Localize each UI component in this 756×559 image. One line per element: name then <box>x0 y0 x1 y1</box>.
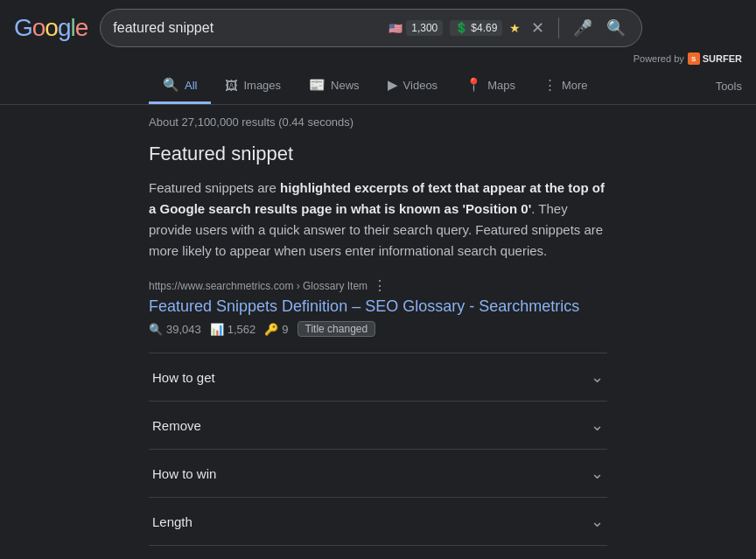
snippet-title: Featured snippet <box>149 143 607 165</box>
search-bar[interactable]: 🇺🇸 1,300 💲 $4.69 ★ ✕ 🎤 🔍 <box>100 9 642 47</box>
result-title-link[interactable]: Featured Snippets Definition – SEO Gloss… <box>149 297 607 316</box>
search-bar-right: 🇺🇸 1,300 💲 $4.69 ★ ✕ 🎤 🔍 <box>388 17 629 39</box>
meta-pages-icon: 📊 <box>210 323 224 336</box>
flag-icon: 🇺🇸 <box>388 22 402 35</box>
tab-more-label: More <box>562 79 588 92</box>
chevron-icon-1: ⌄ <box>591 416 604 435</box>
results-container: About 27,100,000 results (0.44 seconds) … <box>0 105 756 546</box>
surfer-logo: S SURFER <box>688 52 742 65</box>
tab-all-label: All <box>185 79 197 92</box>
dollar-icon: 💲 <box>455 22 468 34</box>
meta-keywords: 🔑 9 <box>264 323 288 336</box>
meta-search-icon: 🔍 <box>149 323 163 336</box>
accordion-label-3: Length <box>152 514 192 529</box>
cost-badge: 💲 $4.69 <box>450 20 502 36</box>
tab-maps-label: Maps <box>487 79 515 92</box>
accordion-label-2: How to win <box>152 466 216 481</box>
tab-tools[interactable]: Tools <box>716 71 742 101</box>
meta-pages-value: 1,562 <box>228 323 256 336</box>
chevron-icon-2: ⌄ <box>591 464 604 483</box>
news-icon: 📰 <box>309 77 326 93</box>
surfer-label: SURFER <box>703 53 742 64</box>
powered-by-bar: Powered by S SURFER <box>0 47 756 65</box>
chevron-icon-0: ⌄ <box>591 367 604 387</box>
tab-images[interactable]: 🖼 Images <box>211 69 295 104</box>
star-icon[interactable]: ★ <box>509 21 521 35</box>
meta-keywords-value: 9 <box>282 323 288 336</box>
tab-news[interactable]: 📰 News <box>295 68 374 104</box>
volume-badge: 1,300 <box>406 20 443 36</box>
powered-by-label: Powered by <box>634 53 684 64</box>
meta-search-value: 39,043 <box>166 323 201 336</box>
all-icon: 🔍 <box>163 77 179 93</box>
nav-tabs: 🔍 All 🖼 Images 📰 News ▶ Videos 📍 Maps ⋮ … <box>0 65 756 105</box>
accordion-item-0[interactable]: How to get ⌄ <box>149 353 607 402</box>
result-options-button[interactable]: ⋮ <box>373 277 387 294</box>
accordion-item-2[interactable]: How to win ⌄ <box>149 450 607 498</box>
accordion-item-1[interactable]: Remove ⌄ <box>149 402 607 450</box>
accordion-label-0: How to get <box>152 370 215 385</box>
search-bar-wrapper: 🇺🇸 1,300 💲 $4.69 ★ ✕ 🎤 🔍 <box>100 9 642 47</box>
cost-value: $4.69 <box>471 22 497 34</box>
more-icon: ⋮ <box>543 77 556 93</box>
surfer-icon: S <box>688 52 700 65</box>
header: Google 🇺🇸 1,300 💲 $4.69 ★ ✕ <box>0 0 756 47</box>
google-logo: Google <box>14 14 88 42</box>
tab-videos[interactable]: ▶ Videos <box>374 68 452 104</box>
result-url-text: https://www.searchmetrics.com › Glossary… <box>149 280 368 292</box>
tab-images-label: Images <box>243 79 281 92</box>
accordion-label-1: Remove <box>152 418 201 433</box>
flag-volume-badge: 🇺🇸 1,300 <box>388 20 443 36</box>
accordion-item-3[interactable]: Length ⌄ <box>149 498 607 546</box>
maps-icon: 📍 <box>466 77 482 93</box>
tab-more[interactable]: ⋮ More <box>529 68 602 104</box>
clear-button[interactable]: ✕ <box>528 17 548 39</box>
tab-videos-label: Videos <box>403 79 438 92</box>
result-meta: 🔍 39,043 📊 1,562 🔑 9 Title changed <box>149 321 607 337</box>
search-submit-button[interactable]: 🔍 <box>603 17 629 39</box>
tab-tools-label: Tools <box>716 80 742 93</box>
results-count: About 27,100,000 results (0.44 seconds) <box>149 115 607 129</box>
meta-pages: 📊 1,562 <box>210 323 256 336</box>
title-changed-badge: Title changed <box>298 321 376 337</box>
search-divider <box>558 17 559 38</box>
videos-icon: ▶ <box>388 77 398 93</box>
tab-all[interactable]: 🔍 All <box>149 68 211 104</box>
snippet-description: Featured snippets are highlighted excerp… <box>149 178 607 262</box>
images-icon: 🖼 <box>225 78 238 93</box>
meta-searches: 🔍 39,043 <box>149 323 201 336</box>
chevron-icon-3: ⌄ <box>591 512 604 531</box>
mic-button[interactable]: 🎤 <box>570 17 596 39</box>
result-url: https://www.searchmetrics.com › Glossary… <box>149 277 607 294</box>
search-input[interactable] <box>113 20 380 36</box>
tab-maps[interactable]: 📍 Maps <box>452 68 529 104</box>
meta-keywords-icon: 🔑 <box>264 323 278 336</box>
tab-news-label: News <box>331 79 360 92</box>
